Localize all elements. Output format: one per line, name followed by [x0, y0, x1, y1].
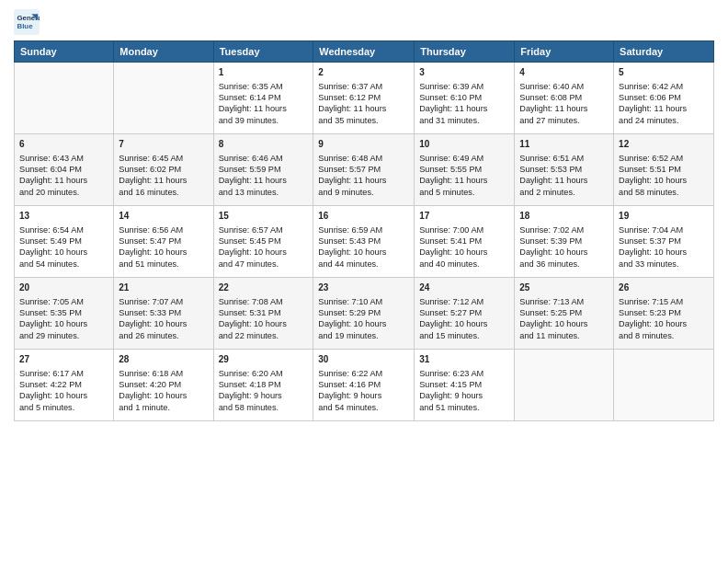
day-info-line: and 54 minutes. [19, 259, 108, 270]
day-info-line: Sunrise: 6:46 AM [219, 153, 309, 164]
day-info-line: Sunset: 4:22 PM [19, 379, 108, 390]
day-number: 16 [318, 210, 409, 223]
day-info-line: Daylight: 10 hours [19, 247, 108, 258]
day-info-line: and 1 minute. [119, 402, 208, 413]
day-info-line: Sunset: 5:31 PM [219, 307, 309, 318]
day-info-line: Daylight: 11 hours [419, 175, 509, 186]
calendar-cell: 12Sunrise: 6:52 AMSunset: 5:51 PMDayligh… [614, 134, 714, 206]
day-info-line: Sunrise: 7:12 AM [419, 296, 509, 307]
day-number: 31 [419, 353, 509, 366]
day-info-line: and 51 minutes. [119, 259, 208, 270]
day-info-line: and 16 minutes. [119, 187, 208, 198]
day-info-line: Daylight: 10 hours [119, 318, 208, 329]
day-info-line: and 8 minutes. [619, 330, 709, 341]
day-info-line: Sunset: 6:04 PM [19, 164, 108, 175]
calendar-cell: 24Sunrise: 7:12 AMSunset: 5:27 PMDayligh… [415, 278, 515, 350]
svg-text:Blue: Blue [17, 22, 34, 30]
day-info-line: Sunrise: 7:15 AM [619, 296, 709, 307]
day-info-line: Daylight: 10 hours [619, 247, 709, 258]
day-number: 1 [219, 66, 309, 79]
calendar-cell: 31Sunrise: 6:23 AMSunset: 4:15 PMDayligh… [415, 350, 515, 421]
header: General Blue [14, 9, 714, 35]
day-info-line: and 36 minutes. [519, 259, 609, 270]
day-number: 13 [19, 210, 108, 223]
calendar-cell: 2Sunrise: 6:37 AMSunset: 6:12 PMDaylight… [313, 63, 415, 134]
day-info-line: Sunrise: 6:18 AM [119, 368, 208, 379]
day-info-line: Daylight: 10 hours [519, 247, 609, 258]
day-info-line: Sunset: 5:33 PM [119, 307, 208, 318]
day-info-line: Sunrise: 6:45 AM [119, 153, 208, 164]
calendar-cell: 18Sunrise: 7:02 AMSunset: 5:39 PMDayligh… [515, 206, 614, 278]
day-info-line: Daylight: 10 hours [519, 318, 609, 329]
day-info-line: Sunrise: 7:08 AM [219, 296, 309, 307]
calendar-cell: 6Sunrise: 6:43 AMSunset: 6:04 PMDaylight… [15, 134, 114, 206]
day-header-saturday: Saturday [614, 41, 714, 63]
calendar-cell: 8Sunrise: 6:46 AMSunset: 5:59 PMDaylight… [213, 134, 313, 206]
day-info-line: Sunrise: 7:04 AM [619, 224, 709, 236]
day-info-line: Sunrise: 6:17 AM [19, 368, 108, 379]
day-info-line: Sunrise: 6:43 AM [19, 153, 108, 164]
day-info-line: Sunset: 4:18 PM [219, 379, 309, 390]
day-number: 26 [619, 282, 709, 294]
day-number: 18 [519, 210, 609, 223]
day-info-line: Sunset: 5:29 PM [318, 307, 409, 318]
day-info-line: Sunrise: 6:51 AM [519, 153, 609, 164]
day-info-line: and 19 minutes. [318, 330, 409, 341]
day-number: 17 [419, 210, 509, 223]
day-header-sunday: Sunday [15, 41, 114, 63]
day-info-line: Sunrise: 6:54 AM [19, 224, 108, 236]
day-info-line: Sunrise: 6:48 AM [318, 153, 409, 164]
day-number: 30 [318, 353, 409, 366]
day-info-line: Sunset: 5:53 PM [519, 164, 609, 175]
day-info-line: Daylight: 10 hours [419, 247, 509, 258]
day-info-line: Daylight: 10 hours [119, 247, 208, 258]
calendar-cell: 15Sunrise: 6:57 AMSunset: 5:45 PMDayligh… [213, 206, 313, 278]
day-info-line: Sunrise: 6:59 AM [318, 224, 409, 236]
day-info-line: and 33 minutes. [619, 259, 709, 270]
day-info-line: and 51 minutes. [419, 402, 509, 413]
day-info-line: Sunset: 4:15 PM [419, 379, 509, 390]
calendar-cell: 28Sunrise: 6:18 AMSunset: 4:20 PMDayligh… [114, 350, 213, 421]
day-info-line: and 54 minutes. [318, 402, 409, 413]
day-info-line: Sunset: 5:25 PM [519, 307, 609, 318]
day-number: 9 [318, 138, 409, 151]
day-info-line: Sunset: 5:55 PM [419, 164, 509, 175]
day-info-line: Sunrise: 6:52 AM [619, 153, 709, 164]
day-info-line: Daylight: 10 hours [619, 318, 709, 329]
day-number: 27 [19, 353, 108, 366]
day-info-line: Sunset: 5:45 PM [219, 236, 309, 247]
day-info-line: Sunset: 5:23 PM [619, 307, 709, 318]
day-number: 20 [19, 282, 108, 294]
day-info-line: Daylight: 11 hours [219, 175, 309, 186]
day-header-tuesday: Tuesday [213, 41, 313, 63]
day-info-line: Sunrise: 6:57 AM [219, 224, 309, 236]
calendar-cell: 17Sunrise: 7:00 AMSunset: 5:41 PMDayligh… [415, 206, 515, 278]
day-info-line: Daylight: 11 hours [318, 103, 409, 114]
day-number: 21 [119, 282, 208, 294]
day-info-line: and 11 minutes. [519, 330, 609, 341]
day-info-line: Daylight: 9 hours [419, 390, 509, 401]
day-number: 3 [419, 66, 509, 79]
day-info-line: Sunrise: 7:10 AM [318, 296, 409, 307]
day-number: 29 [219, 353, 309, 366]
day-info-line: Daylight: 10 hours [219, 247, 309, 258]
day-info-line: Sunset: 5:57 PM [318, 164, 409, 175]
calendar-cell [114, 63, 213, 134]
calendar-cell [515, 350, 614, 421]
calendar-cell: 5Sunrise: 6:42 AMSunset: 6:06 PMDaylight… [614, 63, 714, 134]
day-info-line: Sunset: 5:27 PM [419, 307, 509, 318]
day-info-line: Daylight: 10 hours [318, 318, 409, 329]
day-info-line: Daylight: 9 hours [219, 390, 309, 401]
calendar-table: SundayMondayTuesdayWednesdayThursdayFrid… [14, 40, 714, 421]
day-info-line: Sunset: 5:35 PM [19, 307, 108, 318]
day-info-line: and 58 minutes. [219, 402, 309, 413]
calendar-cell: 1Sunrise: 6:35 AMSunset: 6:14 PMDaylight… [213, 63, 313, 134]
calendar-cell: 13Sunrise: 6:54 AMSunset: 5:49 PMDayligh… [15, 206, 114, 278]
day-header-friday: Friday [515, 41, 614, 63]
day-info-line: and 24 minutes. [619, 115, 709, 126]
day-info-line: Daylight: 10 hours [219, 318, 309, 329]
day-info-line: and 58 minutes. [619, 187, 709, 198]
day-info-line: Sunrise: 6:35 AM [219, 81, 309, 92]
day-header-monday: Monday [114, 41, 213, 63]
day-info-line: Sunset: 4:20 PM [119, 379, 208, 390]
